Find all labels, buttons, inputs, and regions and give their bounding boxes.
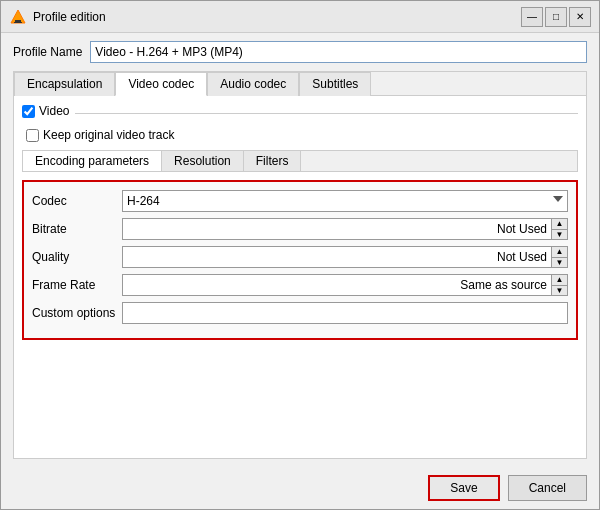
sub-tab-encoding[interactable]: Encoding parameters	[23, 151, 162, 171]
profile-edition-window: Profile edition — □ ✕ Profile Name Encap…	[0, 0, 600, 510]
frame-rate-field: ▲ ▼	[122, 274, 568, 296]
custom-options-field	[122, 302, 568, 324]
bitrate-spinbox-buttons: ▲ ▼	[551, 219, 567, 239]
video-section-header: Video	[22, 104, 578, 122]
frame-rate-spinbox-buttons: ▲ ▼	[551, 275, 567, 295]
keep-original-checkbox[interactable]	[26, 129, 39, 142]
profile-name-row: Profile Name	[13, 41, 587, 63]
profile-name-label: Profile Name	[13, 45, 82, 59]
cancel-button[interactable]: Cancel	[508, 475, 587, 501]
custom-options-input[interactable]	[122, 302, 568, 324]
quality-down-button[interactable]: ▼	[552, 258, 567, 268]
video-checkbox-row: Video	[22, 104, 69, 118]
frame-rate-up-button[interactable]: ▲	[552, 275, 567, 286]
frame-rate-spinbox: ▲ ▼	[122, 274, 568, 296]
title-bar: Profile edition — □ ✕	[1, 1, 599, 33]
close-button[interactable]: ✕	[569, 7, 591, 27]
video-label: Video	[39, 104, 69, 118]
bitrate-label: Bitrate	[32, 222, 122, 236]
keep-original-row: Keep original video track	[26, 128, 578, 142]
profile-name-input[interactable]	[90, 41, 587, 63]
custom-options-label: Custom options	[32, 306, 122, 320]
encoding-box: Codec H-264 Bitrate	[22, 180, 578, 340]
video-checkbox[interactable]	[22, 105, 35, 118]
tab-subtitles[interactable]: Subtitles	[299, 72, 371, 96]
quality-input[interactable]	[123, 247, 551, 267]
maximize-button[interactable]: □	[545, 7, 567, 27]
save-button[interactable]: Save	[428, 475, 499, 501]
quality-spinbox-buttons: ▲ ▼	[551, 247, 567, 267]
codec-select[interactable]: H-264	[122, 190, 568, 212]
quality-up-button[interactable]: ▲	[552, 247, 567, 258]
custom-options-row: Custom options	[32, 302, 568, 324]
codec-field: H-264	[122, 190, 568, 212]
tab-audio-codec[interactable]: Audio codec	[207, 72, 299, 96]
svg-rect-1	[15, 20, 21, 22]
bitrate-spinbox: ▲ ▼	[122, 218, 568, 240]
footer: Save Cancel	[1, 467, 599, 509]
main-content: Profile Name Encapsulation Video codec A…	[1, 33, 599, 467]
frame-rate-down-button[interactable]: ▼	[552, 286, 567, 296]
frame-rate-input[interactable]	[123, 275, 551, 295]
sub-tab-filters[interactable]: Filters	[244, 151, 302, 171]
codec-row: Codec H-264	[32, 190, 568, 212]
title-bar-left: Profile edition	[9, 8, 106, 26]
main-tab-row: Encapsulation Video codec Audio codec Su…	[14, 72, 586, 96]
quality-spinbox: ▲ ▼	[122, 246, 568, 268]
video-header-line	[75, 113, 578, 114]
window-title: Profile edition	[33, 10, 106, 24]
minimize-button[interactable]: —	[521, 7, 543, 27]
tab-content: Video Keep original video track Encoding…	[14, 96, 586, 458]
quality-label: Quality	[32, 250, 122, 264]
bitrate-input[interactable]	[123, 219, 551, 239]
title-bar-controls: — □ ✕	[521, 7, 591, 27]
bitrate-up-button[interactable]: ▲	[552, 219, 567, 230]
quality-row: Quality ▲ ▼	[32, 246, 568, 268]
frame-rate-row: Frame Rate ▲ ▼	[32, 274, 568, 296]
bitrate-field: ▲ ▼	[122, 218, 568, 240]
keep-original-label: Keep original video track	[43, 128, 174, 142]
sub-tab-resolution[interactable]: Resolution	[162, 151, 244, 171]
tab-video-codec[interactable]: Video codec	[115, 72, 207, 96]
quality-field: ▲ ▼	[122, 246, 568, 268]
tabs-container: Encapsulation Video codec Audio codec Su…	[13, 71, 587, 459]
frame-rate-label: Frame Rate	[32, 278, 122, 292]
svg-rect-2	[14, 22, 22, 23]
sub-tab-row: Encoding parameters Resolution Filters	[22, 150, 578, 172]
codec-label: Codec	[32, 194, 122, 208]
bitrate-down-button[interactable]: ▼	[552, 230, 567, 240]
tab-encapsulation[interactable]: Encapsulation	[14, 72, 115, 96]
bitrate-row: Bitrate ▲ ▼	[32, 218, 568, 240]
vlc-icon	[9, 8, 27, 26]
